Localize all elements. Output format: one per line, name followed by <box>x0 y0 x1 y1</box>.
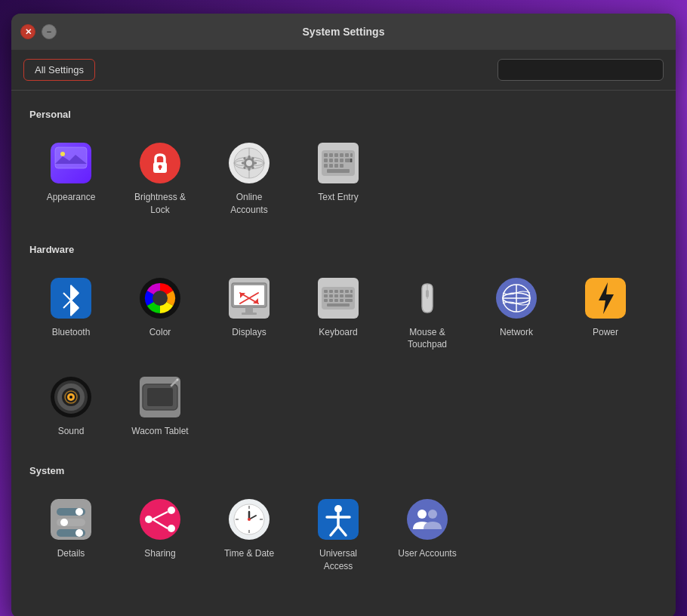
svg-rect-66 <box>334 294 338 297</box>
svg-rect-28 <box>334 153 338 157</box>
svg-rect-41 <box>327 169 350 173</box>
svg-rect-33 <box>329 159 333 162</box>
bluetooth-label: Bluetooth <box>52 326 91 339</box>
svg-rect-74 <box>327 303 350 306</box>
svg-point-15 <box>246 160 252 166</box>
svg-rect-64 <box>324 294 328 297</box>
sidebar-item-time-date[interactable]: Time & Date <box>208 488 291 582</box>
svg-rect-72 <box>340 299 344 302</box>
svg-point-100 <box>60 519 68 526</box>
minimize-button[interactable]: − <box>42 24 57 39</box>
svg-point-117 <box>248 518 251 521</box>
svg-point-125 <box>417 510 427 519</box>
sharing-label: Sharing <box>144 547 175 560</box>
brightness-lock-icon <box>138 141 182 185</box>
sound-icon <box>49 375 93 419</box>
sidebar-item-sound[interactable]: Sound <box>29 366 112 447</box>
time-date-label: Time & Date <box>224 547 274 560</box>
sidebar-item-mouse-touchpad[interactable]: Mouse &Touchpad <box>386 267 469 361</box>
text-entry-label: Text Entry <box>318 191 358 204</box>
svg-rect-3 <box>55 147 87 168</box>
brightness-lock-label: Brightness &Lock <box>134 191 186 217</box>
hardware-section: Hardware Bluetooth <box>29 244 658 447</box>
svg-rect-19 <box>254 162 257 165</box>
sidebar-item-color[interactable]: Color <box>119 267 202 361</box>
keyboard-label: Keyboard <box>319 326 357 339</box>
system-section: System <box>29 465 658 582</box>
svg-rect-34 <box>334 159 338 162</box>
svg-point-5 <box>60 152 65 156</box>
sidebar-item-brightness-lock[interactable]: Brightness &Lock <box>119 132 202 226</box>
keyboard-icon <box>316 276 360 320</box>
svg-rect-67 <box>340 294 344 297</box>
online-accounts-icon <box>227 141 271 185</box>
svg-rect-40 <box>340 164 344 168</box>
sidebar-item-universal-access[interactable]: UniversalAccess <box>297 488 380 582</box>
svg-point-89 <box>69 396 72 399</box>
svg-rect-27 <box>329 153 333 157</box>
svg-rect-63 <box>350 290 353 293</box>
sidebar-item-online-accounts[interactable]: OnlineAccounts <box>208 132 291 226</box>
sidebar-item-power[interactable]: Power <box>564 267 647 361</box>
all-settings-button[interactable]: All Settings <box>23 59 95 81</box>
svg-point-126 <box>428 510 437 519</box>
sidebar-item-bluetooth[interactable]: Bluetooth <box>29 267 112 361</box>
svg-rect-39 <box>334 164 338 168</box>
system-grid: Details S <box>29 488 658 582</box>
hardware-grid: Bluetooth <box>29 267 658 447</box>
bluetooth-icon <box>49 276 93 320</box>
time-date-icon <box>227 497 271 541</box>
titlebar: ✕ − System Settings <box>11 14 676 50</box>
user-accounts-icon <box>405 497 449 541</box>
svg-point-105 <box>145 516 152 523</box>
text-entry-icon <box>316 141 360 185</box>
details-icon <box>49 497 93 541</box>
svg-rect-73 <box>345 299 353 302</box>
sharing-icon <box>138 497 182 541</box>
sidebar-item-keyboard[interactable]: Keyboard <box>297 267 380 361</box>
personal-section: Personal <box>29 109 658 226</box>
close-button[interactable]: ✕ <box>20 24 35 39</box>
displays-label: Displays <box>232 326 266 339</box>
main-window: ✕ − System Settings All Settings Persona… <box>11 14 676 616</box>
mouse-touchpad-label: Mouse &Touchpad <box>408 326 447 352</box>
svg-rect-93 <box>147 388 173 406</box>
svg-point-124 <box>407 499 448 540</box>
sidebar-item-network[interactable]: Network <box>475 267 558 361</box>
sidebar-item-details[interactable]: Details <box>29 488 112 582</box>
svg-rect-58 <box>324 290 328 293</box>
sidebar-item-user-accounts[interactable]: User Accounts <box>386 488 469 582</box>
power-label: Power <box>593 326 618 339</box>
sidebar-item-appearance[interactable]: Appearance <box>29 132 112 226</box>
svg-rect-70 <box>329 299 333 302</box>
search-input[interactable] <box>498 59 664 81</box>
details-label: Details <box>57 547 85 560</box>
sidebar-item-sharing[interactable]: Sharing <box>119 488 202 582</box>
svg-rect-18 <box>242 162 245 165</box>
network-icon <box>494 276 538 320</box>
sound-label: Sound <box>58 425 85 438</box>
sidebar-item-text-entry[interactable]: Text Entry <box>297 132 380 226</box>
svg-rect-51 <box>234 285 264 305</box>
svg-rect-62 <box>345 290 349 293</box>
svg-rect-26 <box>324 153 328 157</box>
sidebar-item-wacom-tablet[interactable]: Wacom Tablet <box>119 366 202 447</box>
wacom-tablet-label: Wacom Tablet <box>131 425 188 438</box>
svg-point-48 <box>152 291 168 306</box>
svg-rect-53 <box>242 313 257 315</box>
appearance-label: Appearance <box>47 191 96 204</box>
svg-rect-71 <box>334 299 338 302</box>
svg-rect-59 <box>329 290 333 293</box>
svg-point-98 <box>75 508 83 516</box>
system-section-title: System <box>29 465 658 476</box>
toolbar: All Settings <box>11 50 676 91</box>
svg-point-102 <box>75 529 83 537</box>
content-area: Personal <box>11 91 676 616</box>
svg-rect-38 <box>329 164 333 168</box>
universal-access-label: UniversalAccess <box>319 547 357 573</box>
svg-rect-37 <box>324 164 328 168</box>
sidebar-item-displays[interactable]: Displays <box>208 267 291 361</box>
svg-rect-16 <box>248 156 251 159</box>
svg-rect-30 <box>345 153 349 157</box>
svg-rect-32 <box>324 159 328 162</box>
